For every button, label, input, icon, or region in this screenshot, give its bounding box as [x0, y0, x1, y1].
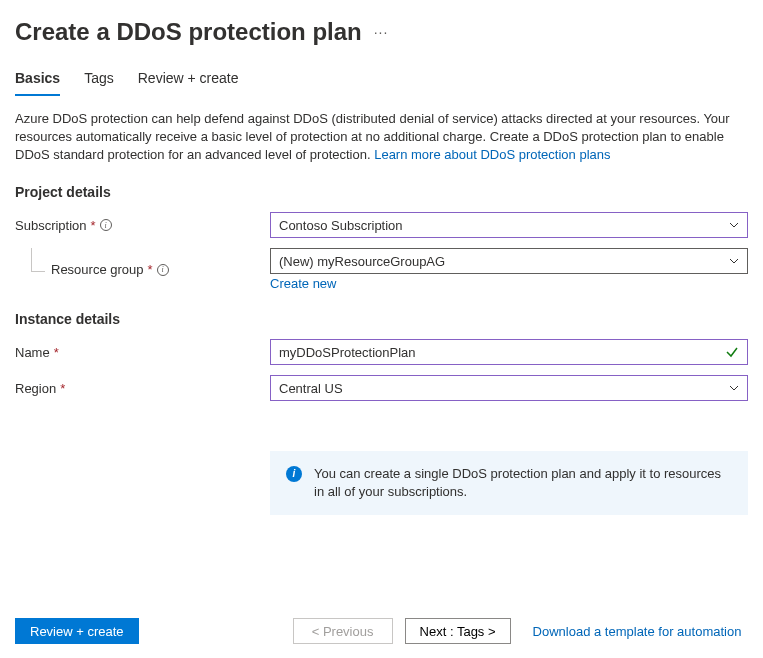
name-input[interactable]: myDDoSProtectionPlan	[270, 339, 748, 365]
section-project-details: Project details	[15, 184, 748, 200]
name-label: Name *	[15, 345, 270, 360]
previous-button: < Previous	[293, 618, 393, 644]
region-label: Region *	[15, 381, 270, 396]
tab-tags[interactable]: Tags	[84, 70, 114, 96]
subscription-select[interactable]: Contoso Subscription	[270, 212, 748, 238]
footer: Review + create < Previous Next : Tags >…	[0, 606, 763, 658]
tab-review-create[interactable]: Review + create	[138, 70, 239, 96]
description-text: Azure DDoS protection can help defend ag…	[15, 110, 748, 164]
chevron-down-icon	[729, 383, 739, 393]
page-title: Create a DDoS protection plan	[15, 18, 362, 46]
region-select[interactable]: Central US	[270, 375, 748, 401]
tab-basics[interactable]: Basics	[15, 70, 60, 96]
info-icon[interactable]: i	[100, 219, 112, 231]
info-icon: i	[286, 466, 302, 482]
chevron-down-icon	[729, 220, 739, 230]
subscription-label: Subscription * i	[15, 218, 270, 233]
download-template-link[interactable]: Download a template for automation	[533, 624, 742, 639]
info-box: i You can create a single DDoS protectio…	[270, 451, 748, 515]
tabs: Basics Tags Review + create	[0, 70, 763, 96]
next-button[interactable]: Next : Tags >	[405, 618, 511, 644]
review-create-button[interactable]: Review + create	[15, 618, 139, 644]
learn-more-link[interactable]: Learn more about DDoS protection plans	[374, 147, 610, 162]
info-box-text: You can create a single DDoS protection …	[314, 465, 732, 501]
create-new-link[interactable]: Create new	[270, 276, 336, 291]
resource-group-select[interactable]: (New) myResourceGroupAG	[270, 248, 748, 274]
resource-group-label: Resource group * i	[15, 262, 270, 277]
chevron-down-icon	[729, 256, 739, 266]
more-icon[interactable]: ···	[374, 24, 389, 40]
checkmark-icon	[725, 345, 739, 359]
info-icon[interactable]: i	[157, 264, 169, 276]
section-instance-details: Instance details	[15, 311, 748, 327]
